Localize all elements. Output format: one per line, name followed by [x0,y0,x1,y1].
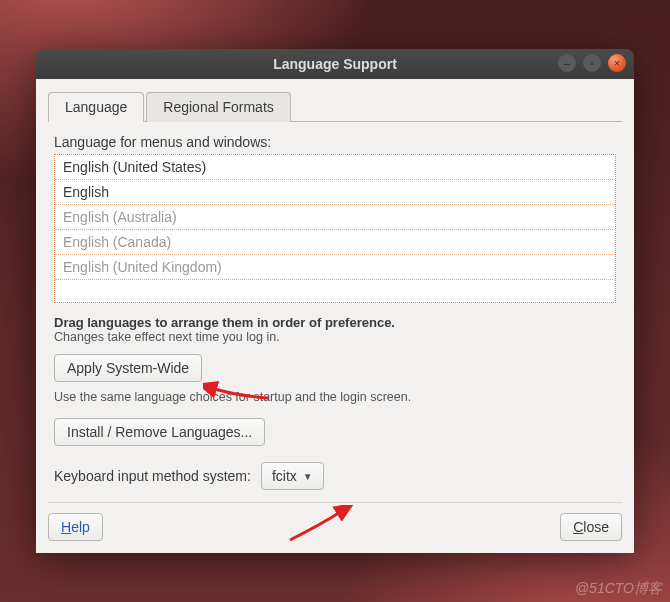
dialog-footer: Help Close [48,502,622,541]
tab-language[interactable]: Language [48,92,144,122]
close-dialog-button[interactable]: Close [560,513,622,541]
language-list-label: Language for menus and windows: [54,134,616,150]
keyboard-input-row: Keyboard input method system: fcitx ▼ [54,462,616,490]
keyboard-input-dropdown[interactable]: fcitx ▼ [261,462,324,490]
list-item[interactable]: English [55,180,615,205]
window-body: Language Regional Formats Language for m… [36,79,634,553]
list-item-blank [55,280,615,302]
keyboard-input-label: Keyboard input method system: [54,468,251,484]
titlebar[interactable]: Language Support – ▫ × [36,49,634,79]
drag-hint: Drag languages to arrange them in order … [54,315,616,330]
watermark: @51CTO博客 [575,580,662,598]
close-button[interactable]: × [608,54,626,72]
language-support-window: Language Support – ▫ × Language Regional… [36,49,634,553]
list-item[interactable]: English (United Kingdom) [55,255,615,280]
drag-hint-sub: Changes take effect next time you log in… [54,330,616,344]
maximize-button[interactable]: ▫ [583,54,601,72]
list-item[interactable]: English (United States) [55,155,615,180]
list-item[interactable]: English (Australia) [55,205,615,230]
install-remove-languages-button[interactable]: Install / Remove Languages... [54,418,265,446]
language-section: Language for menus and windows: English … [48,134,622,490]
apply-system-wide-button[interactable]: Apply System-Wide [54,354,202,382]
tab-regional-formats[interactable]: Regional Formats [146,92,291,122]
dropdown-value: fcitx [272,468,297,484]
window-controls: – ▫ × [558,54,626,72]
chevron-down-icon: ▼ [303,471,313,482]
language-list[interactable]: English (United States) English English … [54,154,616,303]
tab-strip: Language Regional Formats [48,91,622,122]
list-item[interactable]: English (Canada) [55,230,615,255]
apply-description: Use the same language choices for startu… [54,390,616,404]
minimize-button[interactable]: – [558,54,576,72]
help-button[interactable]: Help [48,513,103,541]
window-title: Language Support [273,56,397,72]
